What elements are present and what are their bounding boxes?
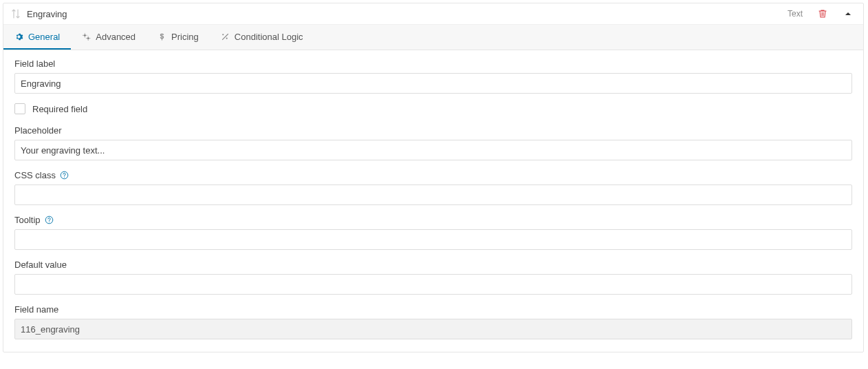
- row-default-value: Default value: [14, 260, 852, 295]
- css-class-input[interactable]: [14, 184, 852, 205]
- tab-label: Conditional Logic: [235, 32, 303, 42]
- field-label-input[interactable]: [14, 73, 852, 94]
- form-body: Field label Required field Placeholder C…: [3, 50, 863, 352]
- placeholder-input[interactable]: [14, 140, 852, 160]
- svg-point-0: [84, 34, 86, 36]
- label-placeholder: Placeholder: [14, 125, 852, 136]
- drag-handle-icon[interactable]: [12, 9, 20, 19]
- row-field-name: Field name: [14, 304, 852, 339]
- label-default-value: Default value: [14, 260, 852, 270]
- gears-icon: [82, 32, 91, 41]
- required-checkbox[interactable]: [14, 103, 25, 114]
- label-tooltip: Tooltip: [14, 215, 41, 225]
- help-icon[interactable]: [45, 215, 54, 224]
- field-type-label: Text: [788, 9, 803, 19]
- row-tooltip: Tooltip: [14, 215, 852, 250]
- row-required: Required field: [14, 103, 852, 114]
- svg-point-1: [87, 37, 89, 39]
- label-required: Required field: [32, 104, 87, 114]
- tabs-bar: General Advanced Pricing Conditional Log…: [3, 25, 863, 50]
- collapse-icon[interactable]: [841, 8, 855, 19]
- default-value-input[interactable]: [14, 274, 852, 295]
- tab-label: Pricing: [171, 32, 199, 42]
- dollar-icon: [158, 32, 166, 41]
- tab-conditional-logic[interactable]: Conditional Logic: [210, 25, 314, 50]
- row-field-label: Field label: [14, 59, 852, 94]
- panel-title: Engraving: [27, 9, 67, 19]
- label-field-name: Field name: [14, 304, 852, 315]
- field-name-input: [14, 319, 852, 339]
- tab-general[interactable]: General: [3, 25, 71, 50]
- help-icon[interactable]: [60, 171, 69, 180]
- row-placeholder: Placeholder: [14, 125, 852, 160]
- tab-label: Advanced: [96, 32, 135, 42]
- panel-header: Engraving Text: [3, 3, 863, 25]
- tab-label: General: [28, 32, 60, 42]
- tooltip-input[interactable]: [14, 229, 852, 250]
- row-css-class: CSS class: [14, 170, 852, 205]
- gear-icon: [14, 32, 23, 41]
- wand-icon: [221, 32, 230, 41]
- tab-advanced[interactable]: Advanced: [71, 25, 147, 50]
- field-panel: Engraving Text General Advanced Pri: [3, 3, 864, 352]
- trash-icon[interactable]: [814, 8, 832, 20]
- label-css-class: CSS class: [14, 170, 56, 180]
- tab-pricing[interactable]: Pricing: [147, 25, 210, 50]
- label-field-label: Field label: [14, 59, 852, 69]
